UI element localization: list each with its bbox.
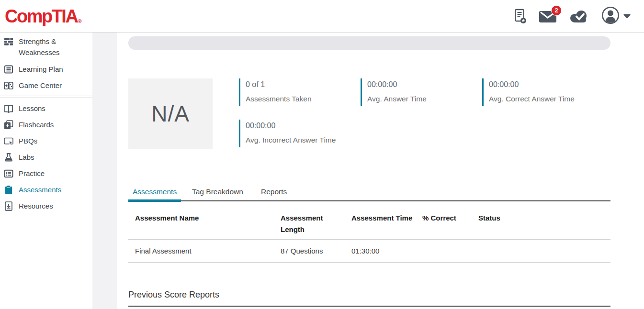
previous-score-reports-rule — [128, 306, 610, 307]
top-header: CompTIA® 2 — [0, 0, 644, 33]
lessons-icon — [4, 104, 13, 113]
stat-label: Avg. Correct Answer Time — [489, 95, 610, 103]
comptia-logo[interactable]: CompTIA® — [5, 7, 81, 25]
profile-menu-button[interactable] — [601, 6, 631, 26]
sidebar-item-game-center[interactable]: Game Center — [0, 77, 92, 94]
sidebar-item-label: PBQs — [19, 137, 37, 145]
overall-score-value: N/A — [151, 101, 190, 127]
column-header-assessment-name: Assessment Name — [135, 212, 269, 224]
stat-label: Avg. Incorrect Answer Time — [246, 136, 359, 144]
sidebar-item-lessons[interactable]: Lessons — [0, 100, 92, 117]
sidebar-item-label: Learning Plan — [19, 65, 63, 74]
registered-mark: ® — [78, 19, 81, 24]
stat-assessments-taken: 0 of 1 Assessments Taken — [239, 78, 359, 106]
profile-icon — [601, 6, 620, 26]
tab-tag-breakdown[interactable]: Tag Breakdown — [192, 188, 243, 196]
pbqs-icon — [4, 136, 13, 146]
sidebar-item-practice[interactable]: Practice — [0, 166, 92, 182]
score-progress-bar — [128, 36, 610, 50]
stat-value: 0 of 1 — [246, 80, 359, 89]
column-header-status: Status — [478, 212, 536, 224]
overall-score-box: N/A — [128, 78, 213, 149]
stat-avg-incorrect-answer-time: 00:00:00 Avg. Incorrect Answer Time — [239, 120, 359, 147]
sidebar-item-label: Strengths & Weaknesses — [19, 36, 80, 58]
column-header-assessment-length: Assessment Length — [281, 212, 330, 235]
cell-assessment-time: 01:30:00 — [351, 247, 379, 255]
active-tab-underline — [128, 199, 181, 202]
header-icon-bar: 2 — [514, 6, 631, 26]
strengths-weaknesses-icon — [4, 37, 13, 46]
column-header-assessment-time: Assessment Time — [351, 212, 418, 224]
tab-baseline-rule — [128, 200, 610, 201]
score-report-icon[interactable] — [514, 9, 527, 24]
logo-text: CompTIA — [5, 7, 77, 25]
sidebar-item-strengths-weaknesses[interactable]: Strengths & Weaknesses — [0, 33, 92, 61]
game-center-icon — [4, 81, 13, 90]
stat-avg-answer-time: 00:00:00 Avg. Answer Time — [361, 78, 480, 106]
stat-label: Avg. Answer Time — [367, 95, 480, 103]
content-gutter — [92, 33, 117, 309]
column-header-percent-correct: % Correct — [422, 212, 470, 224]
tab-reports[interactable]: Reports — [261, 188, 287, 196]
sidebar-item-labs[interactable]: Labs — [0, 149, 92, 166]
resources-icon — [4, 201, 13, 211]
sidebar-item-assessments[interactable]: Assessments — [0, 182, 92, 198]
cell-assessment-length: 87 Questions — [281, 247, 323, 255]
stat-avg-correct-answer-time: 00:00:00 Avg. Correct Answer Time — [482, 78, 610, 106]
sidebar-item-label: Labs — [19, 153, 34, 162]
stat-value: 00:00:00 — [367, 80, 480, 89]
mail-icon[interactable]: 2 — [539, 10, 556, 22]
flashcards-icon — [4, 120, 13, 130]
cell-assessment-name: Final Assessment — [135, 247, 192, 255]
cloud-sync-icon[interactable] — [569, 10, 589, 23]
sidebar-nav: Strengths & Weaknesses Learning Plan Gam… — [0, 33, 92, 309]
sidebar-item-label: Lessons — [19, 104, 45, 113]
stat-label: Assessments Taken — [246, 95, 359, 103]
labs-icon — [4, 153, 13, 162]
sidebar-item-label: Flashcards — [19, 121, 54, 129]
learning-plan-icon — [4, 65, 13, 74]
sidebar-divider — [0, 96, 92, 98]
assessments-icon — [4, 185, 13, 195]
sidebar-item-flashcards[interactable]: Flashcards — [0, 117, 92, 133]
practice-icon — [4, 169, 13, 178]
sidebar-item-resources[interactable]: Resources — [0, 198, 92, 214]
chevron-down-icon — [623, 12, 631, 21]
previous-score-reports-heading: Previous Score Reports — [128, 290, 219, 300]
stat-value: 00:00:00 — [489, 80, 610, 89]
sidebar-item-learning-plan[interactable]: Learning Plan — [0, 61, 92, 77]
sidebar-item-label: Game Center — [19, 81, 62, 90]
stat-value: 00:00:00 — [246, 121, 359, 130]
table-header-rule — [128, 239, 610, 240]
mail-badge: 2 — [551, 5, 562, 16]
table-row-rule — [128, 262, 610, 263]
sidebar-item-label: Resources — [19, 202, 53, 210]
sidebar-item-label: Practice — [19, 169, 45, 178]
tab-assessments[interactable]: Assessments — [133, 188, 177, 196]
sidebar-item-pbqs[interactable]: PBQs — [0, 133, 92, 149]
sidebar-item-label: Assessments — [19, 186, 61, 194]
